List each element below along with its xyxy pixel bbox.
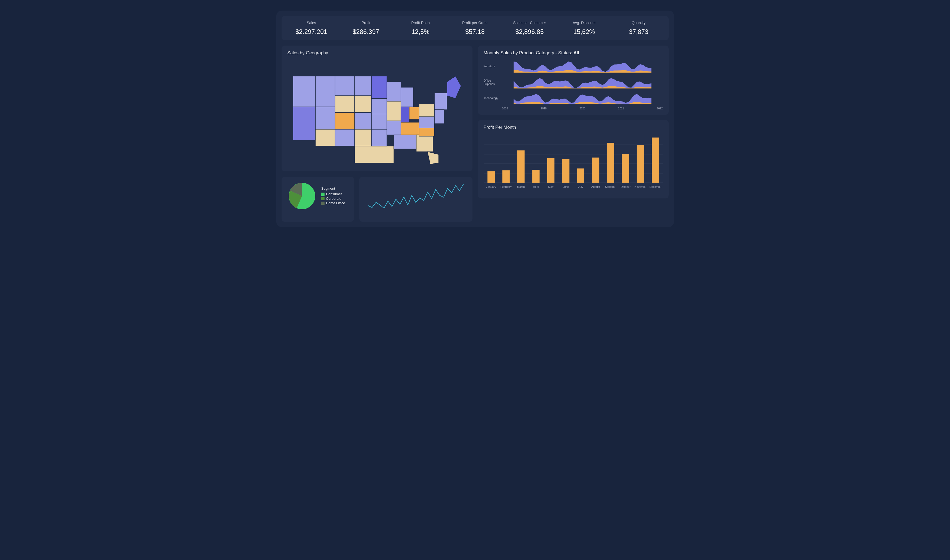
state-ks[interactable] [355, 129, 371, 146]
bar[interactable] [547, 158, 554, 183]
monthly-title-prefix: Monthly Sales by Product Category - Stat… [484, 50, 574, 55]
bar[interactable] [607, 143, 614, 183]
state-wy[interactable] [335, 95, 355, 112]
kpi-label: Sales [284, 21, 339, 25]
profit-month-card: Profit Per Month JanuaryFebruaryMarchApr… [478, 120, 669, 198]
profit-bar-chart[interactable]: JanuaryFebruaryMarchAprilMayJuneJulyAugu… [484, 134, 663, 192]
segment-legend: Segment ConsumerCorporateHome Office [321, 186, 345, 206]
monthly-card: Monthly Sales by Product Category - Stat… [478, 46, 669, 115]
kpi-value: 12,5% [393, 28, 448, 35]
svg-marker-3 [514, 78, 651, 88]
state-ia[interactable] [371, 98, 387, 114]
legend-item[interactable]: Consumer [321, 192, 345, 196]
usa-map[interactable] [287, 59, 467, 167]
dashboard: Sales $2.297.201Profit $286.397Profit Ra… [276, 11, 674, 227]
state-mo[interactable] [371, 114, 387, 129]
svg-marker-1 [514, 62, 651, 72]
kpi-item: Profit per Order $57.18 [448, 21, 503, 35]
legend-swatch [321, 202, 324, 205]
state-mn[interactable] [371, 76, 387, 98]
area-row: Furniture [484, 59, 663, 74]
svg-text:February: February [500, 185, 512, 188]
state-co[interactable] [335, 112, 355, 129]
area-chart[interactable] [502, 91, 663, 105]
bar[interactable] [487, 171, 495, 183]
bar[interactable] [502, 170, 509, 183]
bar[interactable] [637, 145, 644, 183]
bar[interactable] [532, 170, 539, 183]
legend-swatch [321, 197, 324, 200]
state-ca[interactable] [293, 107, 316, 141]
state-id[interactable] [315, 76, 335, 107]
profit-month-title: Profit Per Month [484, 125, 663, 130]
svg-text:October: October [620, 185, 631, 188]
monthly-title: Monthly Sales by Product Category - Stat… [484, 50, 663, 55]
kpi-item: Profit Ratio 12,5% [393, 21, 448, 35]
state-nm[interactable] [335, 129, 355, 146]
area-row: OfficeSupplies [484, 75, 663, 89]
state-nd[interactable] [355, 76, 371, 95]
bar[interactable] [517, 151, 524, 183]
svg-text:April: April [533, 185, 538, 188]
area-chart[interactable] [502, 75, 663, 89]
state-nj-md[interactable] [434, 110, 444, 124]
state-fl[interactable] [427, 152, 438, 165]
bar[interactable] [577, 168, 584, 183]
state-az[interactable] [315, 129, 335, 146]
state-ok-ar[interactable] [371, 129, 387, 146]
kpi-value: 15,62% [557, 28, 611, 35]
kpi-label: Sales per Customer [502, 21, 557, 25]
state-la-al[interactable] [394, 135, 416, 149]
segment-pie[interactable] [287, 182, 316, 211]
bar[interactable] [652, 137, 659, 183]
legend-item[interactable]: Corporate [321, 197, 345, 200]
legend-label: Corporate [326, 197, 341, 200]
xaxis-tick: 2018 [502, 107, 508, 110]
kpi-row: Sales $2.297.201Profit $286.397Profit Ra… [282, 16, 669, 40]
bar[interactable] [592, 158, 599, 183]
bar[interactable] [562, 159, 569, 183]
state-ne-region[interactable] [447, 76, 461, 98]
state-ny[interactable] [434, 93, 447, 110]
kpi-item: Quantity 37,873 [611, 21, 666, 35]
state-wi[interactable] [387, 82, 401, 102]
svg-text:January: January [486, 185, 496, 188]
svg-text:July: July [578, 185, 583, 188]
area-category-label: Furniture [484, 65, 502, 68]
state-ga-fl[interactable] [416, 135, 433, 152]
state-pa[interactable] [419, 104, 434, 117]
state-oh[interactable] [409, 107, 419, 120]
xaxis-tick: 2019 [541, 107, 546, 110]
state-ms[interactable] [387, 121, 401, 135]
xaxis-tick: 2020 [579, 107, 585, 110]
state-sd[interactable] [355, 95, 371, 112]
state-il[interactable] [387, 101, 401, 121]
svg-text:March: March [517, 185, 525, 188]
kpi-label: Profit per Order [448, 21, 503, 25]
kpi-value: $2.297.201 [284, 28, 339, 35]
state-mi[interactable] [401, 88, 413, 107]
state-in[interactable] [401, 107, 409, 122]
state-wa-or[interactable] [293, 76, 316, 107]
state-ne[interactable] [355, 112, 371, 129]
svg-text:August: August [591, 185, 600, 188]
state-va[interactable] [419, 117, 434, 128]
state-nv[interactable] [315, 107, 335, 129]
state-tx[interactable] [355, 146, 394, 163]
legend-label: Consumer [326, 192, 342, 196]
geo-title: Sales by Geography [287, 50, 467, 55]
state-tn[interactable] [401, 122, 419, 135]
trend-sparkline[interactable] [365, 182, 466, 216]
svg-text:Septem..: Septem.. [605, 185, 616, 188]
area-chart[interactable] [502, 59, 663, 74]
bar[interactable] [622, 154, 629, 183]
legend-item[interactable]: Home Office [321, 201, 345, 205]
spark-card [359, 177, 472, 222]
kpi-item: Sales $2.297.201 [284, 21, 339, 35]
state-mt[interactable] [335, 76, 355, 95]
kpi-label: Profit Ratio [393, 21, 448, 25]
svg-text:June: June [563, 185, 569, 188]
kpi-value: $57.18 [448, 28, 503, 35]
state-nc[interactable] [419, 128, 434, 137]
monthly-title-suffix: All [574, 50, 579, 55]
